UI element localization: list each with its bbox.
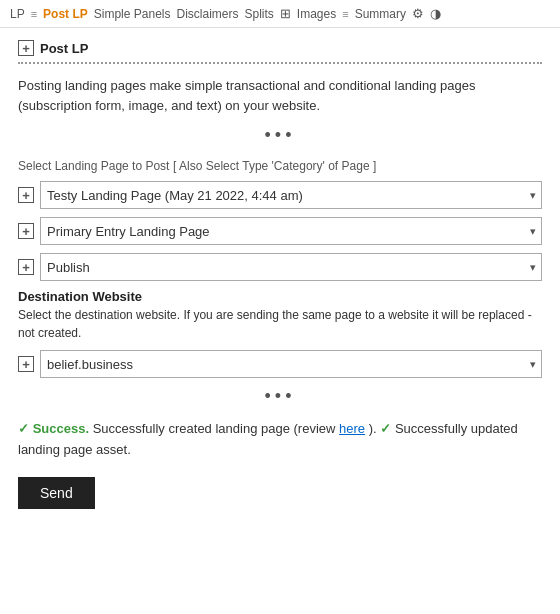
ellipsis-separator-2: ••• xyxy=(18,386,542,407)
landing-page-type-dropdown[interactable]: Primary Entry Landing Page xyxy=(40,217,542,245)
dropdown-row-1: + Testy Landing Page (May 21 2022, 4:44 … xyxy=(18,181,542,209)
dropdown3-expand-button[interactable]: + xyxy=(18,259,34,275)
dropdown2-expand-button[interactable]: + xyxy=(18,223,34,239)
gear-icon[interactable]: ⚙ xyxy=(412,6,424,21)
destination-section: Destination Website Select the destinati… xyxy=(18,289,542,378)
destination-website-dropdown[interactable]: belief.business xyxy=(40,350,542,378)
nav-summary[interactable]: Summary xyxy=(355,7,406,21)
success-text-1: Successfully created landing page (revie… xyxy=(93,421,339,436)
nav-post-lp[interactable]: Post LP xyxy=(43,7,88,21)
grid-icon[interactable]: ⊞ xyxy=(280,6,291,21)
success-message: ✓ Success. Successfully created landing … xyxy=(18,419,542,461)
success-bold-text: Success. xyxy=(33,421,89,436)
destination-description: Select the destination website. If you a… xyxy=(18,306,542,342)
section-title: Post LP xyxy=(40,41,88,56)
nav-simple-panels[interactable]: Simple Panels xyxy=(94,7,171,21)
success-check-2: ✓ xyxy=(380,421,391,436)
top-navigation: LP ≡ Post LP Simple Panels Disclaimers S… xyxy=(0,0,560,28)
dropdown3-wrapper: Publish ▾ xyxy=(40,253,542,281)
dropdown2-wrapper: Primary Entry Landing Page ▾ xyxy=(40,217,542,245)
dropdown1-wrapper: Testy Landing Page (May 21 2022, 4:44 am… xyxy=(40,181,542,209)
nav-sep1: ≡ xyxy=(31,8,37,20)
dropdown1-expand-button[interactable]: + xyxy=(18,187,34,203)
send-button[interactable]: Send xyxy=(18,477,95,509)
destination-dropdown-wrapper: belief.business ▾ xyxy=(40,350,542,378)
destination-expand-button[interactable]: + xyxy=(18,356,34,372)
moon-icon[interactable]: ◑ xyxy=(430,6,441,21)
nav-disclaimers[interactable]: Disclaimers xyxy=(177,7,239,21)
dropdown-row-2: + Primary Entry Landing Page ▾ xyxy=(18,217,542,245)
success-here-link[interactable]: here xyxy=(339,421,365,436)
main-content: + Post LP Posting landing pages make sim… xyxy=(0,28,560,529)
section-header: + Post LP xyxy=(18,40,542,56)
ellipsis-separator: ••• xyxy=(18,125,542,146)
destination-dropdown-row: + belief.business ▾ xyxy=(18,350,542,378)
select-landing-label: Select Landing Page to Post [ Also Selec… xyxy=(18,158,542,173)
section-description: Posting landing pages make simple transa… xyxy=(18,76,542,115)
success-check-1: ✓ xyxy=(18,421,29,436)
nav-images[interactable]: Images xyxy=(297,7,336,21)
select-landing-sublabel: [ Also Select Type 'Category' of Page ] xyxy=(173,159,376,173)
destination-title: Destination Website xyxy=(18,289,542,304)
landing-page-dropdown[interactable]: Testy Landing Page (May 21 2022, 4:44 am… xyxy=(40,181,542,209)
section-expand-button[interactable]: + xyxy=(18,40,34,56)
success-text-2: ). xyxy=(369,421,377,436)
dotted-separator xyxy=(18,62,542,64)
publish-dropdown[interactable]: Publish xyxy=(40,253,542,281)
nav-lp[interactable]: LP xyxy=(10,7,25,21)
dropdown-row-3: + Publish ▾ xyxy=(18,253,542,281)
nav-splits[interactable]: Splits xyxy=(245,7,274,21)
nav-list-icon: ≡ xyxy=(342,8,348,20)
